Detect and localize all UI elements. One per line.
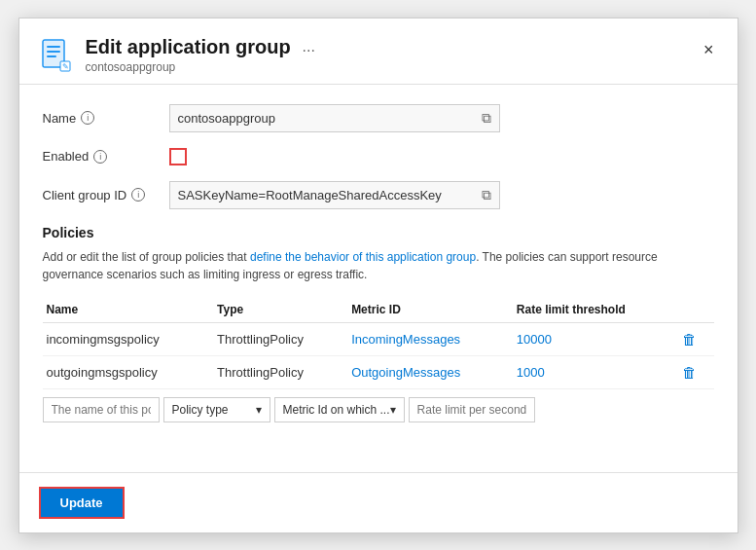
chevron-down-icon-metric: ▾: [390, 403, 396, 417]
client-group-id-label: Client group ID i: [43, 188, 169, 202]
enabled-label: Enabled i: [43, 149, 169, 164]
dialog-footer: Update: [19, 472, 738, 532]
client-group-id-row: Client group ID i SASKeyName=RootManageS…: [43, 181, 714, 209]
col-type: Type: [213, 297, 347, 323]
col-metric-id: Metric ID: [347, 297, 513, 323]
delete-policy-button[interactable]: 🗑: [682, 364, 697, 381]
policy-delete-cell: 🗑: [678, 322, 714, 355]
ellipsis-button[interactable]: ...: [299, 36, 319, 57]
delete-policy-button[interactable]: 🗑: [682, 331, 697, 348]
table-row: outgoingmsgspolicy ThrottlingPolicy Outg…: [43, 355, 714, 388]
edit-application-group-dialog: ✎ Edit application group ... contosoappg…: [18, 18, 738, 533]
policy-metric-id-cell: OutgoingMessages: [347, 355, 513, 388]
svg-rect-2: [47, 46, 60, 48]
svg-rect-4: [47, 55, 56, 57]
dialog-header: ✎ Edit application group ... contosoappg…: [19, 18, 738, 85]
dialog-body: Name i contosoappgroup ⧉ Enabled i Clien…: [19, 85, 738, 472]
policy-delete-cell: 🗑: [678, 355, 714, 388]
enabled-info-icon[interactable]: i: [93, 150, 107, 164]
client-group-id-copy-icon[interactable]: ⧉: [482, 187, 491, 203]
policy-rate-limit-cell: 10000: [513, 322, 678, 355]
dialog-title: Edit application group ...: [86, 36, 700, 58]
name-row: Name i contosoappgroup ⧉: [43, 104, 714, 132]
svg-text:✎: ✎: [61, 62, 68, 71]
client-group-id-info-icon[interactable]: i: [131, 188, 145, 202]
metric-id-select[interactable]: Metric Id on which ... ▾: [274, 397, 405, 422]
document-icon: ✎: [39, 38, 74, 73]
client-group-id-input-container: SASKeyName=RootManageSharedAccessKey ⧉: [169, 181, 500, 209]
dialog-subtitle: contosoappgroup: [86, 60, 700, 74]
policies-table: Name Type Metric ID Rate limit threshold…: [43, 297, 714, 389]
col-actions: [678, 297, 714, 323]
enabled-row: Enabled i: [43, 148, 714, 165]
svg-rect-3: [47, 51, 60, 53]
policy-type-cell: ThrottlingPolicy: [213, 322, 347, 355]
enabled-checkbox-container: [169, 148, 187, 165]
rate-limit-input[interactable]: [409, 397, 535, 422]
close-button[interactable]: ×: [700, 36, 718, 64]
policy-metric-id-cell: IncomingMessages: [347, 322, 513, 355]
col-rate-limit: Rate limit threshold: [513, 297, 678, 323]
policies-section: Policies Add or edit the list of group p…: [43, 225, 714, 422]
policy-name-cell: incomingmsgspolicy: [43, 322, 214, 355]
col-name: Name: [43, 297, 214, 323]
policy-rate-limit-cell: 1000: [513, 355, 678, 388]
policies-description: Add or edit the list of group policies t…: [43, 248, 714, 283]
policy-type-cell: ThrottlingPolicy: [213, 355, 347, 388]
add-policy-row: Policy type ▾ Metric Id on which ... ▾: [43, 397, 714, 422]
update-button[interactable]: Update: [39, 487, 125, 519]
table-header-row: Name Type Metric ID Rate limit threshold: [43, 297, 714, 323]
enabled-checkbox[interactable]: [169, 148, 187, 165]
chevron-down-icon: ▾: [256, 403, 262, 417]
new-policy-name-input[interactable]: [43, 397, 160, 422]
name-input-container: contosoappgroup ⧉: [169, 104, 500, 132]
policies-link[interactable]: define the behavior of this application …: [250, 250, 476, 264]
header-text: Edit application group ... contosoappgro…: [86, 36, 700, 74]
table-row: incomingmsgspolicy ThrottlingPolicy Inco…: [43, 322, 714, 355]
name-info-icon[interactable]: i: [81, 111, 94, 125]
policy-name-cell: outgoingmsgspolicy: [43, 355, 214, 388]
name-label: Name i: [43, 111, 169, 126]
policies-title: Policies: [43, 225, 714, 240]
name-copy-icon[interactable]: ⧉: [482, 110, 491, 127]
policy-type-select[interactable]: Policy type ▾: [163, 397, 270, 422]
